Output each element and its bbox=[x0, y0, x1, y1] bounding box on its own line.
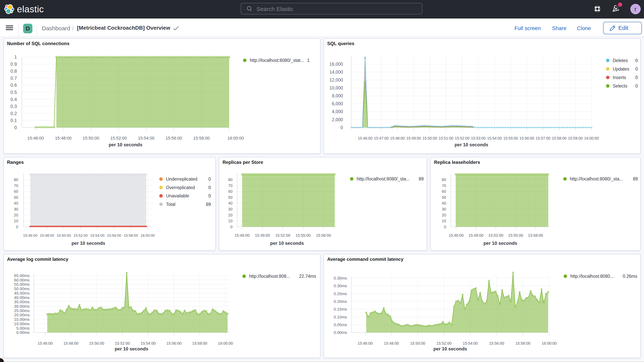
svg-text:0.10ms: 0.10ms bbox=[334, 315, 347, 319]
svg-text:15:55:00: 15:55:00 bbox=[296, 233, 310, 238]
svg-text:40.00ms: 40.00ms bbox=[14, 295, 30, 300]
svg-text:http://localhost:8080/_sta...: http://localhost:8080/_sta... bbox=[357, 176, 410, 182]
svg-text:70: 70 bbox=[442, 183, 446, 188]
svg-text:15:56:00: 15:56:00 bbox=[489, 341, 504, 346]
svg-text:10.00ms: 10.00ms bbox=[14, 322, 30, 326]
svg-text:50: 50 bbox=[442, 195, 446, 199]
svg-text:0.35ms: 0.35ms bbox=[334, 276, 347, 280]
svg-text:15:58:00: 15:58:00 bbox=[193, 136, 210, 140]
svg-text:0.15ms: 0.15ms bbox=[334, 307, 347, 311]
svg-text:0: 0 bbox=[208, 185, 211, 190]
svg-text:per 10 seconds: per 10 seconds bbox=[270, 240, 304, 246]
svg-text:10,000: 10,000 bbox=[329, 86, 343, 90]
svg-text:Inserts: Inserts bbox=[613, 75, 626, 80]
svg-text:15:50:00: 15:50:00 bbox=[56, 234, 71, 238]
svg-text:15:54:00: 15:54:00 bbox=[138, 136, 154, 140]
svg-text:Total: Total bbox=[166, 202, 176, 207]
svg-text:0.2: 0.2 bbox=[10, 111, 17, 116]
svg-text:15:58:00: 15:58:00 bbox=[552, 136, 566, 140]
svg-text:15:56:00: 15:56:00 bbox=[166, 341, 182, 346]
svg-text:15:49:00: 15:49:00 bbox=[468, 233, 484, 238]
svg-text:15:53:00: 15:53:00 bbox=[471, 136, 486, 140]
svg-text:15:58:00: 15:58:00 bbox=[516, 341, 530, 346]
svg-text:15:58:00: 15:58:00 bbox=[316, 233, 331, 238]
svg-text:Deletes: Deletes bbox=[613, 58, 628, 63]
svg-text:per 10 seconds: per 10 seconds bbox=[484, 240, 517, 246]
svg-text:60.00ms: 60.00ms bbox=[14, 278, 30, 282]
svg-text:0: 0 bbox=[635, 58, 638, 63]
svg-text:30: 30 bbox=[442, 207, 446, 211]
svg-text:per 10 seconds: per 10 seconds bbox=[114, 346, 148, 352]
svg-text:0.1: 0.1 bbox=[10, 118, 17, 123]
svg-text:20: 20 bbox=[442, 213, 446, 217]
svg-text:15.00ms: 15.00ms bbox=[14, 317, 30, 322]
svg-text:15:46:00: 15:46:00 bbox=[358, 341, 373, 346]
svg-text:15:49:00: 15:49:00 bbox=[406, 136, 421, 140]
svg-text:10: 10 bbox=[442, 219, 446, 223]
svg-text:40: 40 bbox=[14, 201, 18, 205]
svg-text:15:52:00: 15:52:00 bbox=[73, 234, 88, 238]
svg-text:89: 89 bbox=[206, 202, 211, 207]
svg-text:Underreplicated: Underreplicated bbox=[166, 176, 197, 182]
svg-text:0.9: 0.9 bbox=[10, 61, 17, 66]
svg-text:60: 60 bbox=[442, 189, 446, 194]
svg-text:25.00ms: 25.00ms bbox=[14, 308, 30, 313]
svg-text:per 10 seconds: per 10 seconds bbox=[454, 142, 488, 147]
svg-text:0.26ms: 0.26ms bbox=[623, 274, 637, 279]
svg-text:Overreplicated: Overreplicated bbox=[166, 185, 195, 190]
svg-text:89: 89 bbox=[633, 176, 638, 182]
svg-text:20.00ms: 20.00ms bbox=[14, 313, 30, 317]
svg-text:15:52:00: 15:52:00 bbox=[436, 341, 452, 346]
svg-text:16:00:00: 16:00:00 bbox=[584, 136, 599, 140]
svg-text:0: 0 bbox=[340, 125, 343, 130]
svg-text:15:48:00: 15:48:00 bbox=[384, 341, 399, 346]
svg-text:15:55:00: 15:55:00 bbox=[503, 136, 518, 140]
svg-text:15:46:00: 15:46:00 bbox=[449, 233, 464, 238]
svg-text:0.05ms: 0.05ms bbox=[334, 322, 347, 327]
svg-text:15:46:00: 15:46:00 bbox=[28, 136, 44, 140]
svg-text:Selects: Selects bbox=[613, 83, 627, 88]
svg-text:12,000: 12,000 bbox=[329, 78, 343, 82]
svg-text:6,000: 6,000 bbox=[332, 101, 343, 106]
svg-text:15:52:00: 15:52:00 bbox=[275, 233, 290, 238]
svg-text:0.3: 0.3 bbox=[10, 104, 17, 109]
svg-text:15:59:00: 15:59:00 bbox=[568, 136, 583, 140]
svg-text:0: 0 bbox=[208, 193, 211, 198]
svg-text:15:48:00: 15:48:00 bbox=[55, 136, 72, 140]
svg-text:16:00:00: 16:00:00 bbox=[542, 341, 557, 346]
svg-text:15:52:00: 15:52:00 bbox=[488, 233, 503, 238]
svg-text:15:56:00: 15:56:00 bbox=[107, 234, 121, 238]
svg-text:0: 0 bbox=[635, 83, 638, 88]
svg-text:15:55:00: 15:55:00 bbox=[508, 233, 523, 238]
svg-text:40: 40 bbox=[228, 201, 232, 205]
svg-text:0: 0 bbox=[208, 176, 211, 182]
svg-text:15:58:00: 15:58:00 bbox=[124, 234, 138, 238]
svg-text:80: 80 bbox=[228, 177, 232, 182]
svg-text:15:47:00: 15:47:00 bbox=[374, 136, 389, 140]
svg-text:8,000: 8,000 bbox=[332, 93, 343, 98]
svg-text:15:48:00: 15:48:00 bbox=[40, 234, 54, 238]
svg-text:40: 40 bbox=[442, 201, 446, 205]
svg-text:50: 50 bbox=[228, 195, 232, 199]
svg-text:0.4: 0.4 bbox=[10, 96, 17, 102]
svg-text:0.20ms: 0.20ms bbox=[334, 299, 347, 304]
svg-text:0: 0 bbox=[16, 224, 18, 229]
svg-text:30: 30 bbox=[14, 207, 18, 211]
svg-text:http://localhost:808...: http://localhost:808... bbox=[249, 274, 290, 279]
svg-text:55.00ms: 55.00ms bbox=[14, 282, 30, 286]
svg-text:15:46:00: 15:46:00 bbox=[235, 233, 250, 238]
svg-text:50.00ms: 50.00ms bbox=[14, 286, 30, 291]
svg-text:70: 70 bbox=[228, 183, 232, 188]
svg-text:15:54:00: 15:54:00 bbox=[140, 341, 156, 346]
svg-text:Unavailable: Unavailable bbox=[166, 193, 189, 198]
svg-text:15:50:00: 15:50:00 bbox=[410, 341, 425, 346]
svg-text:0.8: 0.8 bbox=[10, 68, 17, 74]
svg-text:per 10 seconds: per 10 seconds bbox=[434, 346, 467, 352]
svg-text:15:48:00: 15:48:00 bbox=[63, 341, 78, 346]
svg-text:15:46:00: 15:46:00 bbox=[358, 136, 372, 140]
svg-text:per 10 seconds: per 10 seconds bbox=[71, 240, 105, 246]
svg-text:15:51:00: 15:51:00 bbox=[439, 136, 453, 140]
svg-text:15:58:00: 15:58:00 bbox=[528, 233, 543, 238]
svg-text:35.00ms: 35.00ms bbox=[14, 300, 30, 304]
svg-text:15:54:00: 15:54:00 bbox=[90, 234, 104, 238]
